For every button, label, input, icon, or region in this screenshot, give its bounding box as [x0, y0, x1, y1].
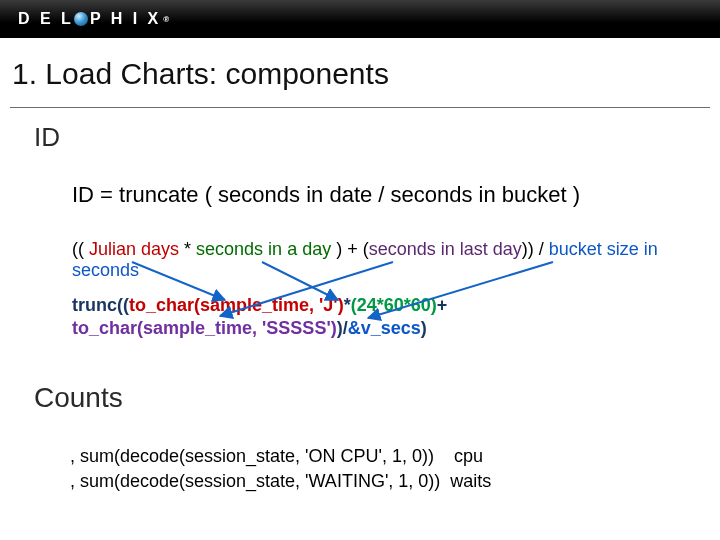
expl-mid: ) + (: [336, 239, 369, 259]
expl-julian: Julian days: [89, 239, 184, 259]
counts-line-2: , sum(decode(session_state, 'WAITING', 1…: [70, 471, 491, 491]
tok-vsecs: &v_secs: [348, 318, 421, 338]
tok-rparen2: ): [421, 318, 427, 338]
brand-logo: D E L P H I X ®: [18, 10, 172, 28]
slide: D E L P H I X ® 1. Load Charts: componen…: [0, 0, 720, 540]
page-title: 1. Load Charts: components: [12, 57, 389, 91]
code-block: trunc((to_char(sample_time, 'J')*(24*60*…: [72, 294, 447, 339]
code-line-2: to_char(sample_time, 'SSSSS'))/&v_secs): [72, 317, 447, 340]
tok-plus: +: [437, 295, 448, 315]
expl-mul: *: [184, 239, 196, 259]
tok-tochar-j: to_char(sample_time, 'J'): [129, 295, 344, 315]
tok-dayexpr: (24*60*60): [351, 295, 437, 315]
registered-mark: ®: [163, 15, 172, 24]
title-divider: [10, 107, 710, 108]
expl-open: ((: [72, 239, 89, 259]
counts-line-1: , sum(decode(session_state, 'ON CPU', 1,…: [70, 446, 483, 466]
section-heading-id: ID: [34, 122, 60, 153]
expl-close: )) /: [522, 239, 549, 259]
tok-star: *: [344, 295, 351, 315]
header-bar: D E L P H I X ®: [0, 0, 720, 38]
id-formula-line: ID = truncate ( seconds in date / second…: [72, 182, 580, 208]
expl-secs-day: seconds in a day: [196, 239, 336, 259]
tok-trunc: trunc(: [72, 295, 123, 315]
tok-tochar-s: to_char(sample_time, 'SSSSS'): [72, 318, 337, 338]
code-line-1: trunc((to_char(sample_time, 'J')*(24*60*…: [72, 294, 447, 317]
brand-text-post: P H I X: [90, 10, 161, 28]
expl-secs-last: seconds in last day: [369, 239, 522, 259]
section-heading-counts: Counts: [34, 382, 123, 414]
brand-text-pre: D E L: [18, 10, 74, 28]
id-explanation-line: (( Julian days * seconds in a day ) + (s…: [72, 239, 720, 281]
counts-code-block: , sum(decode(session_state, 'ON CPU', 1,…: [70, 444, 491, 494]
